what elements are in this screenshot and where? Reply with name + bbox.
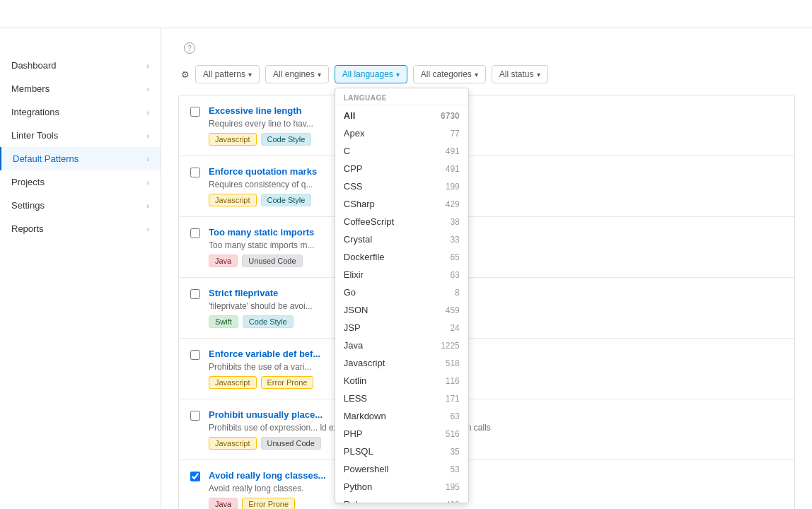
language-label: CSS: [344, 181, 363, 192]
pattern-checkbox-avoid-really-long-classes[interactable]: [190, 472, 200, 481]
tag-java[interactable]: Java: [209, 498, 238, 509]
language-option-go[interactable]: Go8: [335, 283, 468, 301]
language-option-cpp[interactable]: CPP491: [335, 160, 468, 177]
pattern-tags: SwiftCode Style: [209, 315, 783, 328]
language-option-ruby[interactable]: Ruby499: [335, 496, 468, 503]
table-row: Enforce quotation marksRequires consiste…: [179, 156, 794, 217]
pattern-name[interactable]: Too many static imports: [209, 227, 783, 238]
sidebar-item-members[interactable]: Members›: [0, 77, 161, 100]
sidebar-item-dashboard[interactable]: Dashboard›: [0, 54, 161, 77]
main-layout: Dashboard›Members›Integrations›Linter To…: [0, 28, 812, 509]
tag-code-style[interactable]: Code Style: [261, 133, 312, 146]
language-count: 459: [446, 305, 460, 315]
chevron-right-icon: ›: [146, 201, 149, 210]
chevron-right-icon: ›: [146, 178, 149, 187]
language-option-python[interactable]: Python195: [335, 478, 468, 496]
filter-btn-label-all-categories: All categories: [421, 69, 472, 79]
tag-javascript[interactable]: Javascript: [209, 376, 257, 389]
language-count: 491: [446, 164, 460, 174]
tag-code-style[interactable]: Code Style: [261, 194, 312, 206]
language-count: 491: [446, 146, 460, 156]
tag-error-prone[interactable]: Error Prone: [261, 376, 314, 389]
pattern-name[interactable]: Enforce quotation marks: [209, 166, 783, 177]
language-label: CPP: [344, 163, 363, 174]
pattern-checkbox-too-many-static-imports[interactable]: [190, 228, 200, 238]
language-option-coffeescript[interactable]: CoffeeScript38: [335, 213, 468, 230]
language-option-kotlin[interactable]: Kotlin116: [335, 372, 468, 390]
tag-javascript[interactable]: Javascript: [209, 133, 257, 146]
pattern-checkbox-enforce-variable-def[interactable]: [190, 350, 200, 360]
pattern-checkbox-enforce-quotation-marks[interactable]: [190, 168, 200, 177]
language-label: Markdown: [344, 411, 386, 421]
pattern-name[interactable]: Avoid really long classes...: [209, 470, 783, 481]
language-option-all[interactable]: All6730: [335, 107, 468, 124]
filter-wrapper: All patterns▾All engines▾All languages▾L…: [195, 65, 548, 83]
tag-javascript[interactable]: Javascript: [209, 194, 257, 206]
sidebar-item-default-patterns[interactable]: Default Patterns›: [0, 147, 161, 170]
language-label: C: [344, 146, 350, 156]
language-option-javascript[interactable]: Javascript518: [335, 354, 468, 372]
language-option-java[interactable]: Java1225: [335, 337, 468, 354]
table-row: Strict fileprivate'fileprivate' should b…: [179, 278, 794, 339]
sidebar-item-integrations[interactable]: Integrations›: [0, 100, 161, 124]
language-option-jsp[interactable]: JSP24: [335, 319, 468, 337]
language-count: 63: [450, 270, 459, 280]
language-count: 1225: [441, 341, 460, 351]
tag-error-prone[interactable]: Error Prone: [242, 498, 295, 509]
chevron-right-icon: ›: [146, 108, 149, 117]
language-option-css[interactable]: CSS199: [335, 177, 468, 195]
dropdown-scroll[interactable]: All6730Apex77C491CPP491CSS199CSharp429Co…: [335, 107, 468, 503]
language-option-plsql[interactable]: PLSQL35: [335, 443, 468, 460]
pattern-name[interactable]: Enforce variable def bef...: [209, 349, 783, 359]
language-option-markdown[interactable]: Markdown63: [335, 407, 468, 425]
language-option-json[interactable]: JSON459: [335, 301, 468, 319]
language-option-powershell[interactable]: Powershell53: [335, 460, 468, 478]
tag-javascript[interactable]: Javascript: [209, 437, 257, 450]
language-option-crystal[interactable]: Crystal33: [335, 230, 468, 248]
help-icon[interactable]: ?: [184, 42, 195, 54]
pattern-name[interactable]: Strict fileprivate: [209, 288, 783, 298]
pattern-name[interactable]: Prohibit unusually place...: [209, 409, 783, 420]
pattern-info: Too many static importsToo many static i…: [209, 227, 783, 267]
chevron-down-icon: ▾: [396, 71, 400, 78]
language-label: Ruby: [344, 499, 365, 503]
sidebar-item-projects[interactable]: Projects›: [0, 170, 161, 194]
pattern-checkbox-excessive-line-length[interactable]: [190, 107, 200, 117]
sidebar-item-label-members: Members: [11, 83, 50, 94]
tag-unused-code[interactable]: Unused Code: [261, 437, 321, 450]
language-option-less[interactable]: LESS171: [335, 390, 468, 407]
language-count: 24: [450, 323, 459, 333]
sidebar-item-label-integrations: Integrations: [11, 107, 59, 117]
tag-java[interactable]: Java: [209, 255, 238, 267]
filter-btn-label-all-engines: All engines: [273, 69, 315, 79]
filter-btn-all-languages[interactable]: All languages▾: [335, 65, 407, 83]
pattern-checkbox-prohibit-unusually-placed[interactable]: [190, 411, 200, 421]
filter-btn-all-patterns[interactable]: All patterns▾: [195, 65, 260, 83]
pattern-info: Avoid really long classes...Avoid really…: [209, 470, 783, 509]
pattern-info: Prohibit unusually place...Prohibits use…: [209, 409, 783, 450]
pattern-checkbox-strict-fileprivate[interactable]: [190, 289, 200, 299]
language-option-csharp[interactable]: CSharp429: [335, 195, 468, 213]
pattern-name[interactable]: Excessive line length: [209, 105, 783, 116]
language-count: 195: [446, 482, 460, 492]
sidebar-item-label-reports: Reports: [11, 223, 44, 234]
language-option-apex[interactable]: Apex77: [335, 124, 468, 142]
language-option-php[interactable]: PHP516: [335, 425, 468, 443]
sidebar-item-linter-tools[interactable]: Linter Tools›: [0, 124, 161, 147]
language-count: 63: [450, 411, 459, 421]
tag-unused-code[interactable]: Unused Code: [242, 255, 302, 267]
sidebar-item-reports[interactable]: Reports›: [0, 217, 161, 240]
chevron-right-icon: ›: [146, 225, 149, 233]
tag-swift[interactable]: Swift: [209, 315, 238, 328]
language-option-c[interactable]: C491: [335, 142, 468, 160]
chevron-down-icon: ▾: [475, 71, 478, 78]
tag-code-style[interactable]: Code Style: [243, 315, 294, 328]
language-option-dockerfile[interactable]: Dockerfile65: [335, 248, 468, 266]
filter-btn-all-categories[interactable]: All categories▾: [413, 65, 486, 83]
language-option-elixir[interactable]: Elixir63: [335, 266, 468, 283]
sidebar-item-settings[interactable]: Settings›: [0, 194, 161, 217]
pattern-tags: JavaError Prone: [209, 498, 783, 509]
filter-btn-all-status[interactable]: All status▾: [492, 65, 548, 83]
filter-btn-all-engines[interactable]: All engines▾: [265, 65, 329, 83]
language-count: 199: [446, 182, 460, 192]
